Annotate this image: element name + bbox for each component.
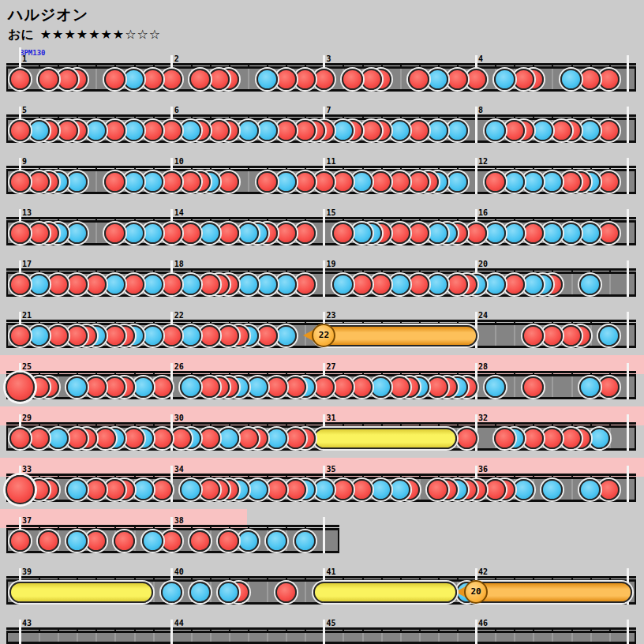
- ka-note: [66, 530, 88, 552]
- measure-number: 42: [478, 568, 488, 576]
- measure-number: 34: [174, 466, 184, 474]
- don-note: [598, 479, 620, 500]
- subdivision-line: [153, 582, 155, 602]
- measure-number: 7: [326, 107, 331, 114]
- don-note: [95, 428, 116, 449]
- ka-note: [238, 120, 259, 141]
- don-note: [456, 428, 477, 449]
- measure-number: 12: [478, 158, 488, 166]
- don-note: [142, 69, 163, 90]
- beat-ruler: [6, 627, 636, 630]
- subdivision-line: [95, 633, 97, 642]
- song-title: ハルジオン: [8, 5, 88, 25]
- measure-number: 15: [326, 209, 335, 217]
- don-note: [598, 376, 620, 398]
- subdivision-line: [153, 633, 155, 642]
- don-note: [389, 376, 410, 398]
- measure-line: [627, 55, 629, 92]
- subdivision-line: [248, 633, 249, 642]
- measure-number: 31: [326, 414, 335, 422]
- measure-line: [627, 158, 629, 194]
- don-note: [579, 69, 601, 90]
- don-note: [447, 274, 468, 295]
- ka-note: [256, 120, 278, 141]
- subdivision-line: [39, 633, 40, 642]
- measure-number: 18: [174, 260, 184, 268]
- ka-note: [47, 428, 69, 449]
- ka-note: [133, 376, 154, 398]
- ka-note: [504, 171, 525, 193]
- ka-note: [560, 69, 582, 90]
- measure-number: 28: [478, 363, 488, 371]
- don-note: [598, 120, 620, 141]
- measure-number: 9: [22, 158, 27, 166]
- don-note: [275, 582, 297, 603]
- don-note: [28, 223, 50, 244]
- subdivision-line: [609, 633, 611, 642]
- measure-number: 46: [478, 620, 488, 627]
- don-note: [285, 376, 306, 398]
- ka-note: [494, 69, 515, 90]
- don-note: [85, 274, 107, 295]
- subdivision-line: [400, 633, 402, 642]
- don-note: [104, 69, 125, 90]
- don-note: [256, 171, 278, 193]
- measure-line: [323, 517, 325, 553]
- measure-number: 4: [478, 55, 483, 63]
- don-note: [408, 120, 429, 141]
- ka-note: [180, 376, 201, 398]
- don-note: [351, 376, 373, 398]
- ka-note: [189, 582, 211, 603]
- ka-note: [123, 120, 144, 141]
- measure-bar-row: [6, 631, 636, 644]
- ka-note: [256, 274, 278, 295]
- don-note: [104, 479, 125, 500]
- don-note: [104, 376, 125, 398]
- ka-note: [180, 274, 201, 295]
- subdivision-line: [362, 633, 364, 642]
- measure-number: 20: [478, 260, 488, 268]
- measure-number: 19: [326, 260, 335, 268]
- don-note: [199, 479, 220, 500]
- measure-line: [627, 107, 629, 143]
- subdivision-line: [533, 633, 534, 642]
- measure-number: 1: [22, 55, 27, 63]
- ka-note: [579, 376, 601, 398]
- subdivision-line: [134, 633, 136, 642]
- don-note: [513, 69, 534, 90]
- measure-number: 25: [22, 363, 32, 371]
- don-note: [161, 325, 182, 346]
- don-note: [598, 171, 620, 193]
- subdivision-line: [571, 633, 573, 642]
- ka-note: [133, 479, 154, 500]
- subdivision-line: [400, 69, 402, 89]
- don-note: [161, 120, 182, 141]
- ka-note: [427, 274, 448, 295]
- don-note: [152, 479, 173, 500]
- don-note: [447, 69, 468, 90]
- don-note: [485, 479, 506, 500]
- ka-note: [485, 274, 506, 295]
- ka-note: [123, 223, 144, 244]
- measure-line: [323, 260, 325, 297]
- subdivision-line: [95, 69, 97, 89]
- don-note: [275, 223, 297, 244]
- measure-number: 45: [326, 620, 335, 627]
- ka-note: [598, 325, 620, 346]
- don-note: [114, 530, 135, 552]
- ka-note: [370, 479, 391, 500]
- balloon-note: 20: [464, 580, 488, 604]
- don-note: [408, 69, 429, 90]
- beat-ruler: [6, 320, 636, 322]
- don-note: [9, 325, 31, 346]
- beat-ruler: [6, 422, 636, 425]
- don-note: [332, 479, 354, 500]
- ka-note: [218, 582, 239, 603]
- subdivision-line: [343, 633, 344, 642]
- don-note: [560, 171, 582, 193]
- don-note: [332, 223, 354, 244]
- don-note: [9, 428, 31, 449]
- measure-line: [475, 620, 477, 644]
- measure-number: 35: [326, 466, 335, 474]
- ka-note: [266, 428, 287, 449]
